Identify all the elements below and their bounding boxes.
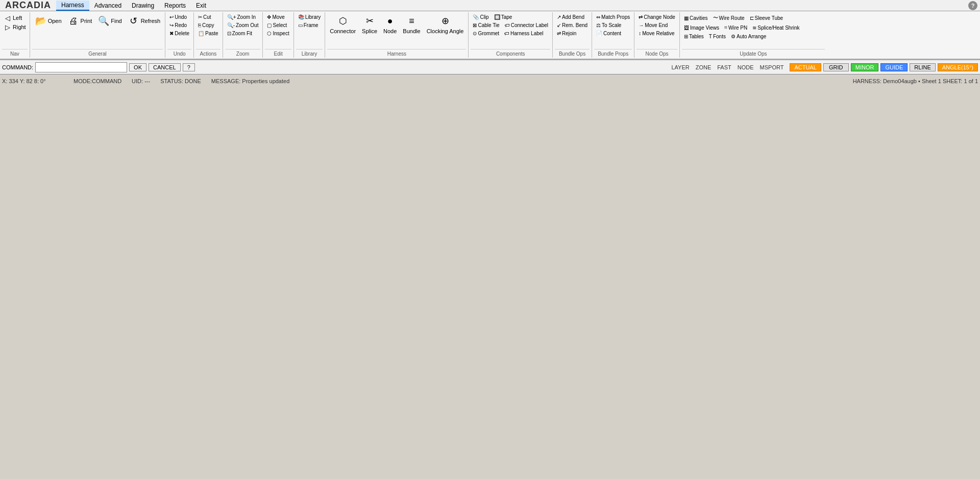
change-node-button[interactable]: ⇄ Change Node bbox=[636, 13, 677, 21]
open-icon: 📂 bbox=[35, 15, 47, 27]
guide-button[interactable]: GUIDE bbox=[880, 63, 908, 71]
connector-button[interactable]: ⬡ Connector bbox=[327, 13, 358, 36]
bundle-ops-label: Bundle Ops bbox=[555, 49, 590, 57]
clip-button[interactable]: 📎 Clip bbox=[471, 13, 491, 21]
node-icon: ● bbox=[384, 15, 396, 27]
menu-drawing[interactable]: Drawing bbox=[127, 1, 159, 10]
angle-button[interactable]: ANGLE(15°) bbox=[938, 63, 978, 71]
rem-bend-button[interactable]: ↙ Rem. Bend bbox=[555, 21, 590, 29]
delete-icon: ✖ bbox=[169, 31, 174, 36]
zoom-label: Zoom bbox=[225, 49, 261, 57]
move-relative-button[interactable]: ↕ Move Relative bbox=[636, 30, 677, 37]
add-bend-button[interactable]: ↗ Add Bend bbox=[555, 13, 590, 21]
menu-harness[interactable]: Harness bbox=[56, 1, 89, 11]
move-end-button[interactable]: → Move End bbox=[636, 21, 677, 29]
library-label: Library bbox=[296, 49, 323, 57]
actual-button[interactable]: ACTUAL bbox=[790, 63, 821, 71]
connector-label-button[interactable]: 🏷 Connector Label bbox=[503, 21, 550, 29]
match-props-icon: ⇔ bbox=[596, 14, 600, 20]
nav-right[interactable]: ▷ Right bbox=[2, 22, 28, 32]
menu-advanced[interactable]: Advanced bbox=[89, 1, 127, 10]
edit-group: ✥ Move ▢ Select ⬡ Inspect Edit bbox=[263, 12, 293, 58]
splice-heat-shrink-button[interactable]: ≋ Splice/Heat Shrink bbox=[750, 23, 801, 32]
message-display: MESSAGE: Properties updated bbox=[211, 78, 289, 84]
update-ops-label: Update Ops bbox=[682, 49, 825, 57]
help-status-button[interactable]: ? bbox=[183, 63, 195, 71]
paste-icon: 📋 bbox=[198, 31, 204, 36]
find-button[interactable]: 🔍 Find bbox=[95, 13, 124, 29]
auto-arrange-button[interactable]: ⚙ Auto Arrange bbox=[729, 33, 768, 40]
command-input[interactable] bbox=[35, 62, 127, 72]
command-label: COMMAND: bbox=[2, 64, 33, 70]
refresh-button[interactable]: ↺ Refresh bbox=[125, 13, 163, 29]
delete-button[interactable]: ✖ Delete bbox=[167, 30, 191, 37]
harness-info: HARNESS: Demo04augb • Sheet 1 SHEET: 1 o… bbox=[853, 78, 978, 84]
print-icon: 🖨 bbox=[67, 15, 80, 27]
cable-tie-button[interactable]: ⊠ Cable Tie bbox=[471, 21, 501, 29]
zoom-out-icon: 🔍- bbox=[227, 22, 235, 28]
inspect-button[interactable]: ⬡ Inspect bbox=[265, 30, 291, 37]
rejoin-button[interactable]: ⇌ Rejoin bbox=[555, 30, 590, 37]
fonts-button[interactable]: T Fonts bbox=[707, 33, 728, 40]
print-button[interactable]: 🖨 Print bbox=[65, 13, 95, 29]
change-node-icon: ⇄ bbox=[639, 14, 643, 20]
match-props-button[interactable]: ⇔ Match Props bbox=[594, 13, 632, 21]
tables-icon: ⊞ bbox=[684, 34, 688, 39]
harness-group: ⬡ Connector ✂ Splice ● Node ≡ Bundle ⊕ bbox=[325, 12, 469, 58]
harness-label: Harness bbox=[327, 49, 466, 57]
zoom-in-button[interactable]: 🔍+ Zoom In bbox=[225, 13, 261, 21]
splice-button[interactable]: ✂ Splice bbox=[359, 13, 380, 36]
cut-button[interactable]: ✂ Cut bbox=[196, 13, 220, 21]
move-end-icon: → bbox=[639, 22, 644, 28]
library-button[interactable]: 📚 Library bbox=[296, 13, 323, 21]
wire-route-button[interactable]: 〜 Wire Route bbox=[711, 13, 747, 22]
wire-pn-button[interactable]: ⌗ Wire PN bbox=[722, 23, 749, 32]
harness-label-button[interactable]: 🏷 Harness Label bbox=[502, 30, 545, 37]
grommet-icon: ⊙ bbox=[473, 31, 477, 36]
to-scale-button[interactable]: ⚖ To Scale bbox=[594, 21, 632, 29]
grid-button[interactable]: GRID bbox=[823, 63, 849, 71]
clocking-angle-button[interactable]: ⊕ Clocking Angle bbox=[424, 13, 467, 36]
nav-group: ◁ Left ▷ Right Nav bbox=[0, 12, 30, 58]
update-ops-group: ▦ Cavities 〜 Wire Route ⊏ Sleeve Tube 🖼 … bbox=[680, 12, 827, 58]
node-button[interactable]: ● Node bbox=[381, 13, 399, 36]
redo-button[interactable]: ↪ Redo bbox=[167, 21, 191, 29]
move-button[interactable]: ✥ Move bbox=[265, 13, 291, 21]
select-button[interactable]: ▢ Select bbox=[265, 21, 291, 29]
undo-icon: ↩ bbox=[169, 14, 174, 20]
open-button[interactable]: 📂 Open bbox=[32, 13, 64, 29]
frame-button[interactable]: ▭ Frame bbox=[296, 21, 323, 29]
sleeve-tube-button[interactable]: ⊏ Sleeve Tube bbox=[748, 13, 786, 22]
paste-button[interactable]: 📋 Paste bbox=[196, 30, 220, 37]
node-ops-group: ⇄ Change Node → Move End ↕ Move Relative… bbox=[634, 12, 680, 58]
nav-left[interactable]: ◁ Left bbox=[2, 13, 28, 22]
help-icon[interactable]: ? bbox=[968, 1, 977, 10]
cancel-button[interactable]: CANCEL bbox=[149, 63, 181, 71]
library-icon: 📚 bbox=[298, 14, 304, 20]
undo-button[interactable]: ↩ Undo bbox=[167, 13, 191, 21]
left-arrow-icon: ◁ bbox=[4, 14, 12, 22]
content-button[interactable]: 📄 Content bbox=[594, 30, 632, 37]
image-views-button[interactable]: 🖼 Image Views bbox=[682, 23, 721, 32]
rline-button[interactable]: RLINE bbox=[910, 63, 935, 71]
copy-button[interactable]: ⎘ Copy bbox=[196, 21, 220, 29]
bundle-props-group: ⇔ Match Props ⚖ To Scale 📄 Content Bundl… bbox=[592, 12, 634, 58]
wire-pn-icon: ⌗ bbox=[724, 24, 727, 31]
bundle-button[interactable]: ≡ Bundle bbox=[400, 13, 423, 36]
node-ops-label: Node Ops bbox=[636, 49, 677, 57]
actions-label: Actions bbox=[196, 49, 220, 57]
tables-button[interactable]: ⊞ Tables bbox=[682, 33, 706, 40]
menu-reports[interactable]: Reports bbox=[159, 1, 191, 10]
move-icon: ✥ bbox=[267, 14, 271, 20]
minor-button[interactable]: MINOR bbox=[851, 63, 879, 71]
content-icon: 📄 bbox=[596, 31, 602, 36]
tape-button[interactable]: 🔲 Tape bbox=[492, 13, 514, 21]
ok-button[interactable]: OK bbox=[129, 63, 146, 71]
zone-indicator: ZONE bbox=[696, 64, 712, 70]
zoom-out-button[interactable]: 🔍- Zoom Out bbox=[225, 21, 261, 29]
grommet-button[interactable]: ⊙ Grommet bbox=[471, 30, 501, 37]
zoom-fit-button[interactable]: ⊡ Zoom Fit bbox=[225, 30, 261, 37]
menu-exit[interactable]: Exit bbox=[191, 1, 211, 10]
cavities-button[interactable]: ▦ Cavities bbox=[682, 13, 710, 22]
bundle-icon: ≡ bbox=[405, 15, 418, 27]
